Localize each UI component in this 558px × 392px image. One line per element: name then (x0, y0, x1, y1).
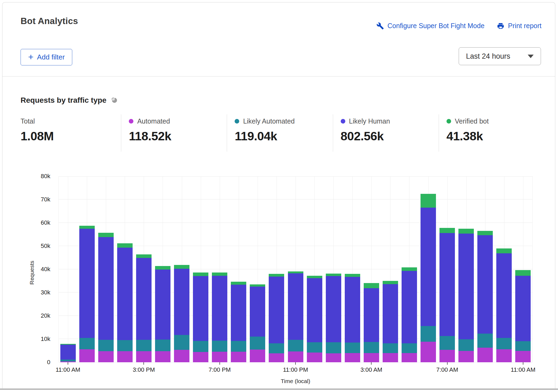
section-title: Requests by traffic type (21, 96, 106, 105)
bar-segment-verified-bot (250, 284, 265, 287)
bar-stack[interactable] (288, 271, 303, 362)
time-range-select[interactable]: Last 24 hours (459, 47, 541, 65)
bar-segment-likely-human (155, 270, 170, 340)
bar-stack[interactable] (383, 281, 398, 362)
bar-segment-automated (174, 350, 189, 362)
bar-segment-automated (79, 349, 95, 362)
bar-stack[interactable] (439, 228, 455, 362)
stat-label: Automated (137, 117, 170, 125)
bar-segment-verified-bot (307, 276, 322, 278)
x-axis-tick-label: 3:00 PM (121, 366, 167, 373)
bar-segment-likely-automated (477, 334, 493, 348)
bar-stack[interactable] (250, 284, 265, 362)
bar-segment-automated (326, 353, 341, 362)
bar-segment-verified-bot (364, 283, 379, 288)
bar-segment-likely-human (79, 229, 95, 338)
stat-value: 802.56k (341, 129, 439, 143)
bar-segment-likely-automated (212, 341, 227, 352)
bar-segment-likely-human (136, 258, 152, 340)
bar-segment-likely-automated (79, 338, 95, 349)
print-report-link[interactable]: Print report (497, 22, 541, 30)
gridline-vertical (532, 176, 533, 362)
header-links: Configure Super Bot Fight Mode Print rep… (376, 22, 541, 30)
bar-segment-automated (496, 349, 512, 362)
bar-stack[interactable] (79, 226, 95, 362)
bar-stack[interactable] (174, 265, 189, 362)
bar-stack[interactable] (269, 274, 284, 362)
bar-stack[interactable] (231, 282, 246, 362)
y-axis-tick-label: 40k (2, 266, 54, 273)
x-axis-tick-label: 11:00 AM (500, 366, 546, 373)
bar-segment-likely-human (288, 273, 303, 340)
bar-segment-automated (458, 351, 474, 362)
bar-stack[interactable] (345, 274, 360, 362)
bar-stack[interactable] (98, 233, 114, 362)
bar-segment-likely-human (60, 345, 76, 360)
bar-stack[interactable] (402, 267, 417, 362)
x-axis-title: Time (local) (58, 378, 533, 384)
bar-stack[interactable] (458, 229, 474, 362)
stat-label: Likely Automated (243, 117, 294, 125)
bar-stack[interactable] (136, 254, 152, 362)
x-axis-tick-label: 7:00 AM (424, 366, 470, 373)
bar-stack[interactable] (496, 248, 512, 362)
y-axis-tick-label: 70k (2, 196, 54, 203)
bar-segment-likely-human (496, 253, 512, 338)
x-axis-tick (143, 362, 144, 365)
bar-stack[interactable] (212, 273, 227, 362)
legend-dot-automated (129, 119, 133, 124)
bar-segment-verified-bot (136, 254, 152, 258)
x-axis-tick (219, 362, 220, 365)
stat-column-verified-bot[interactable]: Verified bot41.38k (439, 114, 544, 152)
bar-segment-verified-bot (269, 274, 284, 276)
bar-segment-likely-human (439, 233, 455, 336)
stat-label-row: Verified bot (447, 117, 544, 126)
bar-stack[interactable] (155, 266, 170, 362)
legend-dot-likely-human (341, 119, 345, 124)
bar-segment-automated (212, 352, 227, 362)
bar-segment-likely-automated (155, 340, 170, 351)
x-axis-tick (447, 362, 448, 365)
stat-column-automated[interactable]: Automated118.52k (121, 114, 227, 152)
bot-analytics-card: Bot Analytics Configure Super Bot Fight … (2, 2, 555, 388)
configure-link-label: Configure Super Bot Fight Mode (388, 22, 485, 30)
bar-segment-likely-automated (326, 342, 341, 353)
bar-segment-likely-automated (515, 341, 531, 351)
bar-stack[interactable] (326, 274, 341, 362)
bar-stack[interactable] (364, 283, 379, 362)
bar-segment-likely-human (515, 276, 531, 341)
bar-segment-automated (155, 351, 170, 362)
y-axis-tick-label: 0 (2, 359, 54, 366)
stat-column-likely-automated[interactable]: Likely Automated119.04k (227, 114, 333, 152)
stat-column-likely-human[interactable]: Likely Human802.56k (333, 114, 439, 152)
legend-dot-verified-bot (447, 119, 451, 124)
stat-column-total: Total1.08M (15, 114, 121, 152)
bar-segment-likely-automated (402, 343, 417, 353)
pie-chart-icon (111, 97, 118, 104)
section-head: Requests by traffic type (21, 96, 118, 105)
stat-label-row: Total (21, 117, 121, 126)
plot-area (58, 176, 533, 362)
stat-label: Total (21, 117, 35, 125)
bar-segment-likely-human (307, 278, 322, 342)
x-axis-tick-label: 11:00 AM (45, 366, 91, 373)
bar-stack[interactable] (60, 344, 76, 362)
bar-stack[interactable] (515, 270, 531, 362)
bar-segment-likely-automated (345, 343, 360, 353)
add-filter-button[interactable]: + Add filter (21, 49, 72, 65)
bar-stack[interactable] (193, 273, 208, 362)
bar-stack[interactable] (307, 276, 322, 362)
y-axis-tick-label: 80k (2, 173, 54, 180)
bar-segment-verified-bot (496, 248, 512, 253)
bar-stack[interactable] (477, 231, 493, 362)
stat-label: Likely Human (349, 117, 390, 125)
x-axis-tick-label: 7:00 PM (197, 366, 243, 373)
bar-segment-likely-human (193, 276, 208, 341)
bar-stack[interactable] (117, 243, 133, 362)
bar-segment-automated (136, 351, 152, 362)
y-axis-tick-label: 20k (2, 312, 54, 319)
bar-stack[interactable] (421, 194, 436, 362)
bar-segment-likely-automated (269, 343, 284, 354)
configure-super-bot-fight-mode-link[interactable]: Configure Super Bot Fight Mode (376, 22, 485, 30)
bar-segment-automated (383, 353, 398, 362)
